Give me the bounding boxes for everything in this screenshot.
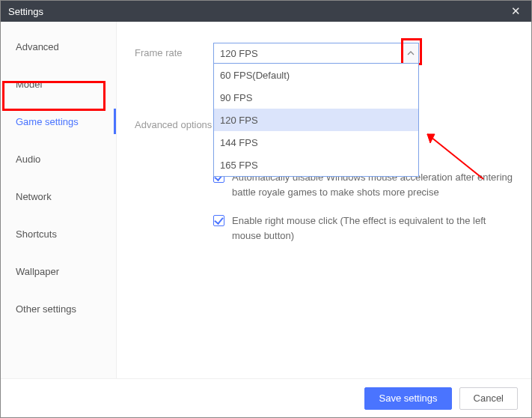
sidebar-item-label: Shortcuts <box>16 228 57 240</box>
frame-rate-option[interactable]: 165 FPS <box>214 154 418 176</box>
sidebar-item-label: Audio <box>16 154 40 165</box>
frame-rate-label: Frame rate <box>135 43 213 64</box>
sidebar-item-label: Game settings <box>16 116 79 127</box>
advanced-options-label: Advanced options <box>135 115 213 244</box>
sidebar-item-label: Wallpaper <box>16 266 59 277</box>
sidebar-item-network[interactable]: Network <box>1 178 116 215</box>
sidebar-item-game-settings[interactable]: Game settings <box>1 103 116 140</box>
sidebar-item-label: Network <box>16 191 52 202</box>
sidebar-item-wallpaper[interactable]: Wallpaper <box>1 252 116 290</box>
sidebar-item-label: Other settings <box>16 303 76 315</box>
titlebar: Settings ✕ <box>1 1 531 22</box>
content-pane: Frame rate 120 FPS Advanced options Aut <box>117 22 531 378</box>
window-body: Advanced Model Game settings Audio Netwo… <box>1 22 531 378</box>
save-button[interactable]: Save settings <box>364 387 451 410</box>
checkbox-right-click[interactable]: Enable right mouse click (The effect is … <box>213 213 513 243</box>
frame-rate-value: 120 FPS <box>220 48 258 59</box>
close-icon[interactable]: ✕ <box>506 1 525 21</box>
frame-rate-option[interactable]: 60 FPS(Default) <box>214 64 418 86</box>
frame-rate-option[interactable]: 144 FPS <box>214 131 418 154</box>
sidebar-item-label: Advanced <box>16 41 59 52</box>
sidebar-item-other-settings[interactable]: Other settings <box>1 290 116 327</box>
cancel-button[interactable]: Cancel <box>459 387 518 410</box>
window-title: Settings <box>8 6 506 17</box>
checkbox-label: Enable right mouse click (The effect is … <box>232 213 513 243</box>
sidebar-item-audio[interactable]: Audio <box>1 140 116 178</box>
sidebar-item-advanced[interactable]: Advanced <box>1 28 116 65</box>
frame-rate-option-selected[interactable]: 120 FPS <box>214 109 418 131</box>
sidebar-item-model[interactable]: Model <box>1 65 116 103</box>
frame-rate-option[interactable]: 90 FPS <box>214 86 418 109</box>
frame-rate-select[interactable]: 120 FPS <box>213 43 419 64</box>
frame-rate-row: Frame rate 120 FPS <box>135 43 513 64</box>
checkbox-icon[interactable] <box>213 215 224 226</box>
chevron-up-icon[interactable] <box>402 43 418 63</box>
frame-rate-dropdown: 60 FPS(Default) 90 FPS 120 FPS 144 FPS 1… <box>213 63 419 177</box>
settings-window: Settings ✕ Advanced Model Game settings … <box>0 0 532 418</box>
sidebar-item-label: Model <box>16 79 42 90</box>
sidebar-item-shortcuts[interactable]: Shortcuts <box>1 215 116 252</box>
sidebar: Advanced Model Game settings Audio Netwo… <box>1 22 117 378</box>
footer: Save settings Cancel <box>1 378 531 417</box>
